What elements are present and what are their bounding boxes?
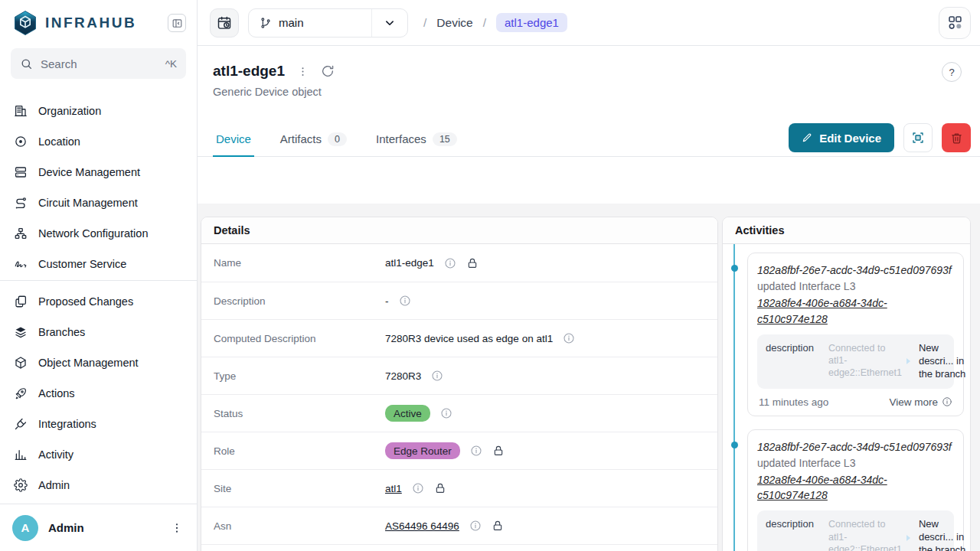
search-placeholder: Search: [41, 57, 158, 70]
activity-change-box: description Connected to atl1-edge2::Eth…: [757, 334, 954, 389]
brand-name: INFRAHUB: [45, 15, 168, 31]
avatar: A: [12, 515, 38, 541]
schema-graph-icon: [947, 15, 963, 31]
tab-device[interactable]: Device: [213, 132, 254, 157]
tab-interfaces[interactable]: Interfaces 15: [373, 132, 460, 158]
info-icon[interactable]: [469, 520, 482, 532]
plug-icon: [14, 417, 28, 431]
detail-value: atl1-edge1: [385, 257, 434, 269]
change-arrow-icon: [906, 358, 910, 364]
info-icon[interactable]: [444, 257, 456, 269]
pencil-icon: [802, 132, 812, 143]
detail-value: -: [385, 295, 389, 307]
manage-groups-button[interactable]: [903, 123, 933, 152]
sidebar-item-label: Branches: [38, 326, 85, 338]
info-icon[interactable]: [470, 445, 482, 457]
breadcrumb-device[interactable]: Device: [436, 16, 472, 30]
change-field: description: [766, 518, 824, 551]
info-icon[interactable]: [412, 482, 424, 494]
detail-value: 7280R3: [385, 370, 421, 382]
sidebar: INFRAHUB Search ^K Organization Location: [0, 0, 198, 551]
lock-icon: [466, 257, 479, 269]
search-input[interactable]: Search ^K: [11, 48, 186, 79]
detail-row-site: Site atl1: [201, 469, 717, 507]
detail-row-type: Type 7280R3: [201, 357, 717, 394]
sidebar-item-branches[interactable]: Branches: [0, 317, 197, 347]
server-icon: [14, 165, 28, 179]
lock-icon: [492, 520, 504, 532]
group-select-icon: [911, 131, 925, 145]
sidebar-item-integrations[interactable]: Integrations: [0, 409, 197, 439]
user-kebab-button[interactable]: [169, 520, 185, 536]
activity-change-box: description Connected to atl1-edge2::Eth…: [757, 510, 954, 551]
status-badge: Active: [385, 405, 430, 422]
sidebar-nav-secondary: Proposed Changes Branches Object Managem…: [0, 286, 197, 500]
sidebar-item-network-configuration[interactable]: Network Configuration: [0, 218, 197, 249]
info-icon[interactable]: [431, 370, 443, 382]
help-button[interactable]: ?: [942, 62, 962, 82]
git-branch-icon: [260, 17, 272, 29]
change-old-value: Connected to atl1-edge2::Ethernet1: [828, 518, 902, 551]
page-title: atl1-edge1: [213, 63, 285, 80]
activity-target-link[interactable]: 182a8fe4-406e-a684-34dc-c510c974e128: [757, 472, 954, 504]
branch-caret[interactable]: [371, 9, 407, 37]
timeline-line: [733, 244, 735, 551]
sidebar-item-label: Customer Service: [38, 258, 126, 270]
tab-label: Artifacts: [280, 132, 322, 145]
activity-actor-id: 182a8fbf-26e7-acdc-34d9-c51ed097693f: [757, 262, 954, 278]
activity-actor-id: 182a8fbf-26e7-acdc-34d9-c51ed097693f: [757, 439, 954, 455]
schema-visualizer-button[interactable]: [939, 7, 971, 39]
title-kebab-button[interactable]: [297, 66, 309, 77]
sidebar-item-admin[interactable]: Admin: [0, 470, 197, 500]
detail-label: Role: [214, 445, 385, 457]
asn-link[interactable]: AS64496 64496: [385, 520, 459, 532]
cube-icon: [14, 356, 28, 370]
tab-count-badge: 15: [433, 132, 457, 146]
tab-artifacts[interactable]: Artifacts 0: [277, 132, 350, 158]
lock-icon: [492, 445, 505, 457]
calendar-clock-icon: [217, 15, 232, 31]
tab-count-badge: 0: [328, 132, 347, 146]
info-icon[interactable]: [399, 295, 411, 307]
refresh-icon: [321, 64, 335, 78]
sidebar-item-device-management[interactable]: Device Management: [0, 157, 197, 187]
refresh-button[interactable]: [321, 64, 335, 78]
detail-label: Status: [214, 408, 385, 419]
sidebar-item-label: Proposed Changes: [38, 295, 133, 308]
sidebar-item-customer-service[interactable]: Customer Service: [0, 249, 197, 279]
view-more-link[interactable]: View more: [889, 396, 952, 408]
gear-icon: [14, 478, 28, 492]
sidebar-item-activity[interactable]: Activity: [0, 439, 197, 470]
detail-label: Computed Description: [214, 333, 385, 344]
detail-row-asn: Asn AS64496 64496: [201, 507, 717, 544]
breadcrumb: / Device / atl1-edge1: [423, 13, 567, 32]
sidebar-item-proposed-changes[interactable]: Proposed Changes: [0, 286, 197, 317]
tab-label: Interfaces: [376, 132, 426, 145]
info-icon[interactable]: [563, 332, 575, 344]
user-name: Admin: [48, 521, 159, 534]
sidebar-nav-primary: Organization Location Device Management …: [0, 96, 197, 279]
topbar: main / Device / atl1-edge1: [198, 0, 980, 46]
activity-target-link[interactable]: 182a8fe4-406e-a684-34dc-c510c974e128: [757, 295, 954, 327]
signature-icon: [14, 257, 28, 271]
detail-row-status: Status Active: [201, 394, 717, 432]
branch-selector[interactable]: main: [248, 8, 408, 37]
info-icon[interactable]: [440, 407, 452, 419]
delete-device-button[interactable]: [942, 123, 971, 152]
sidebar-item-location[interactable]: Location: [0, 126, 197, 157]
chevron-down-icon: [383, 16, 397, 30]
route-icon: [14, 196, 28, 210]
sidebar-collapse-button[interactable]: [168, 14, 186, 32]
detail-label: Type: [214, 370, 385, 382]
sidebar-item-actions[interactable]: Actions: [0, 378, 197, 409]
site-link[interactable]: atl1: [385, 483, 402, 494]
sidebar-item-label: Integrations: [38, 418, 96, 430]
time-travel-button[interactable]: [210, 8, 239, 37]
sidebar-item-label: Organization: [38, 105, 101, 117]
view-more-label: View more: [889, 396, 938, 408]
edit-device-button[interactable]: Edit Device: [789, 123, 894, 152]
sidebar-item-organization[interactable]: Organization: [0, 96, 197, 126]
sidebar-item-circuit-management[interactable]: Circuit Management: [0, 187, 197, 218]
infrahub-logo-icon: [12, 10, 38, 36]
sidebar-item-object-management[interactable]: Object Management: [0, 347, 197, 378]
